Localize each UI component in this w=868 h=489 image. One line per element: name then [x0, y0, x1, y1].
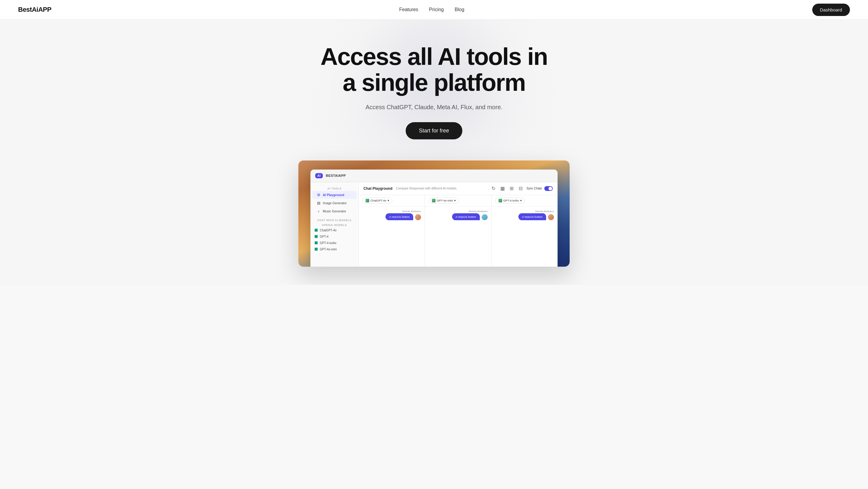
- chat-bubble-2: A reactJs button: [452, 213, 488, 220]
- main-subtitle: Compare Responses with different AI mode…: [396, 187, 457, 190]
- chat-col-header-2: GPT-4o-mini ▾: [425, 195, 491, 206]
- user-name-1: Abdulla Ababakre: [402, 210, 421, 213]
- chat-columns: ChatGPT-4o ▾ Abdulla Ababakre: [359, 195, 558, 267]
- sync-chats-label: Sync Chats: [527, 187, 542, 190]
- hero-title: Access all AI tools in a single platform: [316, 44, 552, 96]
- chat-message-2: A reactJs button: [452, 213, 480, 220]
- app-window-header: AI BESTAIAPP: [310, 170, 558, 182]
- sidebar-model-gpt4turbo[interactable]: GPT-4-turbo: [310, 240, 358, 246]
- layout-icon-2[interactable]: ⊞: [508, 185, 515, 192]
- navbar: BestAiAPP Features Pricing Blog Dashboar…: [0, 0, 868, 20]
- dashboard-button[interactable]: Dashboard: [812, 4, 850, 16]
- sidebar-item-image[interactable]: ▤ Image Generator: [312, 199, 356, 207]
- toggle-thumb: [549, 187, 552, 190]
- product-screenshot: AI BESTAIAPP AI Tools ⊙ AI Playground ▤ …: [299, 161, 569, 267]
- chat-messages-3: Abdulla Ababakre A reactJs button: [492, 206, 558, 267]
- user-name-2: Abdulla Ababakre: [469, 210, 488, 213]
- layout-icon-3[interactable]: ⊟: [518, 185, 524, 192]
- nav-link-pricing[interactable]: Pricing: [429, 7, 444, 12]
- nav-link-blog[interactable]: Blog: [455, 7, 464, 12]
- model-dot-chatgpt4o: [315, 229, 318, 232]
- user-avatar-1: [415, 214, 421, 220]
- chatgpt-icon: [366, 199, 369, 202]
- model-label-gpt4: GPT-4: [320, 235, 329, 238]
- chat-messages-1: Abdulla Ababakre A reactJs button: [359, 206, 425, 267]
- nav-link-features[interactable]: Features: [399, 7, 418, 12]
- music-icon: ♪: [316, 209, 321, 213]
- sync-chats-toggle[interactable]: [544, 186, 553, 191]
- chevron-down-icon-3: ▾: [520, 199, 522, 202]
- sidebar-section-openai: OpenAI Models: [310, 222, 358, 227]
- chat-col-header-1: ChatGPT-4o ▾: [359, 195, 425, 206]
- model-dot-gpt4: [315, 235, 318, 238]
- sidebar-item-label-playground: AI Playground: [323, 193, 344, 197]
- sidebar-section-models: Chat with AI Models: [310, 218, 358, 222]
- chat-bubble-3: A reactJs button: [518, 213, 554, 220]
- site-logo: BestAiAPP: [18, 6, 51, 13]
- sidebar-model-chatgpt4o[interactable]: ChatGPT-4o: [310, 227, 358, 233]
- chat-messages-2: Abdulla Ababakre A reactJs button: [425, 206, 491, 267]
- app-main: Chat Playground Compare Responses with d…: [359, 182, 558, 267]
- sidebar-item-label-music: Music Generator: [323, 209, 346, 213]
- chat-col-header-3: GPT-4-turbo ▾: [492, 195, 558, 206]
- user-name-3: Abdulla Ababakre: [535, 210, 554, 213]
- sidebar-model-gpt4[interactable]: GPT-4: [310, 233, 358, 240]
- gpt4omini-icon: [432, 199, 435, 202]
- user-avatar-3: [548, 214, 554, 220]
- model-badge-gpt4turbo[interactable]: GPT-4-turbo ▾: [495, 198, 525, 204]
- user-avatar-2: [482, 214, 488, 220]
- chevron-down-icon-2: ▾: [454, 199, 456, 202]
- chevron-down-icon-1: ▾: [388, 199, 389, 202]
- hero-subtitle: Access ChatGPT, Claude, Meta AI, Flux, a…: [366, 104, 503, 111]
- chat-row-1: Abdulla Ababakre A reactJs button: [362, 210, 421, 220]
- screenshot-bg: AI BESTAIAPP AI Tools ⊙ AI Playground ▤ …: [299, 161, 569, 267]
- sidebar-section-tools: AI Tools: [310, 186, 358, 191]
- model-dot-gpt4turbo: [315, 241, 318, 244]
- model-badge-label-2: GPT-4o-mini: [437, 199, 453, 202]
- nav-links: Features Pricing Blog: [399, 7, 464, 12]
- chat-row-2: Abdulla Ababakre A reactJs button: [429, 210, 487, 220]
- playground-icon: ⊙: [316, 193, 321, 197]
- model-badge-chatgpt4o[interactable]: ChatGPT-4o ▾: [362, 198, 393, 204]
- model-label-gpt4turbo: GPT-4-turbo: [320, 241, 336, 244]
- sidebar-item-playground[interactable]: ⊙ AI Playground: [312, 191, 356, 199]
- main-title: Chat Playground: [364, 186, 393, 191]
- chat-row-3: Abdulla Ababakre A reactJs button: [495, 210, 554, 220]
- model-label-chatgpt4o: ChatGPT-4o: [320, 229, 337, 232]
- chat-column-2: GPT-4o-mini ▾ Abdulla Ababakre: [425, 195, 491, 267]
- app-window: AI BESTAIAPP AI Tools ⊙ AI Playground ▤ …: [310, 170, 558, 267]
- chat-column-3: GPT-4-turbo ▾ Abdulla Ababakre: [492, 195, 558, 267]
- chat-message-1: A reactJs button: [385, 213, 413, 220]
- model-dot-gpt4omini: [315, 248, 318, 251]
- refresh-icon[interactable]: ↻: [490, 185, 497, 192]
- model-badge-gpt4omini[interactable]: GPT-4o-mini ▾: [429, 198, 459, 204]
- app-name-header: BESTAIAPP: [326, 174, 346, 177]
- sidebar-item-music[interactable]: ♪ Music Generator: [312, 207, 356, 215]
- gpt4turbo-icon: [498, 199, 502, 202]
- chat-bubble-1: A reactJs button: [385, 213, 421, 220]
- main-header-actions: ↻ ▦ ⊞ ⊟ Sync Chats: [490, 185, 553, 192]
- model-badge-label-3: GPT-4-turbo: [503, 199, 519, 202]
- start-free-button[interactable]: Start for free: [406, 122, 462, 139]
- model-badge-label-1: ChatGPT-4o: [370, 199, 386, 202]
- chat-message-3: A reactJs button: [518, 213, 546, 220]
- app-logo-badge: AI: [315, 173, 323, 178]
- app-main-header: Chat Playground Compare Responses with d…: [359, 182, 558, 195]
- layout-icon-1[interactable]: ▦: [499, 185, 506, 192]
- image-icon: ▤: [316, 201, 321, 205]
- app-sidebar: AI Tools ⊙ AI Playground ▤ Image Generat…: [310, 182, 359, 267]
- chat-column-1: ChatGPT-4o ▾ Abdulla Ababakre: [359, 195, 425, 267]
- app-body: AI Tools ⊙ AI Playground ▤ Image Generat…: [310, 182, 558, 267]
- hero-section: Access all AI tools in a single platform…: [0, 20, 868, 285]
- model-label-gpt4omini: GPT-4o-mini: [320, 248, 337, 251]
- sidebar-item-label-image: Image Generator: [323, 201, 347, 205]
- sidebar-model-gpt4omini[interactable]: GPT-4o-mini: [310, 246, 358, 253]
